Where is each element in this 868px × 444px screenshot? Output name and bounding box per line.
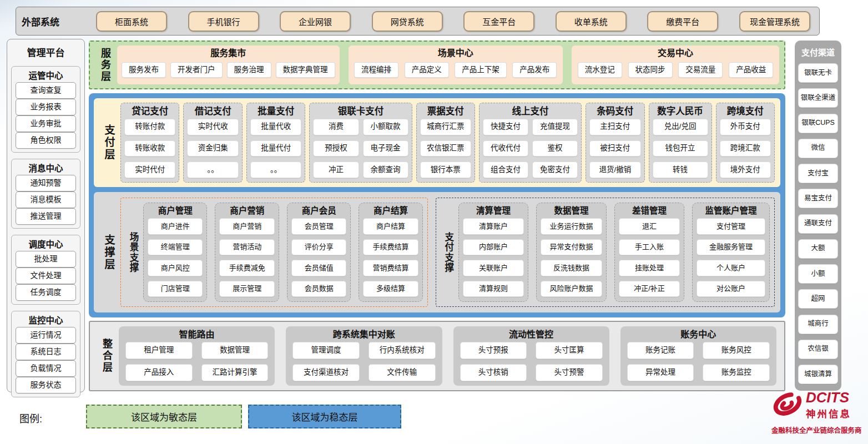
payment-item-button[interactable]: 跨境汇款: [720, 140, 771, 157]
payment-item-button[interactable]: 境外支付: [720, 162, 771, 178]
payment-item-button[interactable]: 。。: [250, 162, 301, 178]
management-item-button[interactable]: 消息模板: [16, 191, 76, 208]
management-item-button[interactable]: 批处理: [16, 251, 76, 268]
channel-button[interactable]: 城商行: [798, 315, 838, 334]
payment-item-button[interactable]: 被扫支付: [589, 140, 640, 157]
external-system-button[interactable]: 企业网银: [280, 11, 351, 32]
channel-button[interactable]: 支付宝: [798, 164, 838, 183]
external-system-button[interactable]: 柜面系统: [96, 11, 167, 32]
payment-item-button[interactable]: 银行本票: [420, 162, 471, 178]
external-system-button[interactable]: 现金管理系统: [739, 11, 810, 32]
support-item-button[interactable]: 个人账户: [697, 260, 765, 276]
channel-button[interactable]: 银联全渠道: [798, 88, 838, 108]
payment-item-button[interactable]: 批量代付: [250, 140, 301, 157]
external-system-button[interactable]: 互金平台: [463, 11, 534, 32]
payment-item-button[interactable]: 主扫支付: [589, 119, 640, 135]
external-system-button[interactable]: 网贷系统: [372, 11, 443, 32]
payment-item-button[interactable]: 钱包开立: [653, 140, 708, 157]
payment-item-button[interactable]: 农信银汇票: [420, 140, 471, 157]
integration-item-button[interactable]: 头寸预报: [460, 342, 527, 359]
service-item-button[interactable]: 流水登记: [578, 62, 622, 78]
management-item-button[interactable]: 角色权限: [16, 132, 76, 149]
payment-item-button[interactable]: 实时代收: [187, 119, 238, 135]
payment-item-button[interactable]: 小额取款: [363, 119, 408, 135]
management-item-button[interactable]: 通知预警: [16, 175, 76, 191]
support-item-button[interactable]: 商户结算: [363, 218, 418, 235]
channel-button[interactable]: 易宝支付: [798, 189, 838, 208]
support-item-button[interactable]: 反洗钱数据: [541, 260, 602, 276]
support-item-button[interactable]: 清算账户: [463, 218, 524, 235]
integration-item-button[interactable]: 数据管理: [201, 342, 269, 359]
service-item-button[interactable]: 交易流量: [678, 62, 723, 78]
service-item-button[interactable]: 产品定义: [405, 62, 449, 78]
payment-item-button[interactable]: 退货/撤销: [589, 162, 640, 178]
support-item-button[interactable]: 支付管理: [697, 218, 765, 235]
management-item-button[interactable]: 查询查复: [16, 82, 76, 99]
channel-button[interactable]: 超网: [798, 289, 838, 309]
service-item-button[interactable]: 流程编排: [354, 62, 398, 78]
integration-item-button[interactable]: 账务监控: [703, 364, 770, 381]
external-system-button[interactable]: 手机银行: [188, 11, 259, 32]
payment-item-button[interactable]: 转账付款: [124, 119, 175, 135]
management-item-button[interactable]: 任务调度: [16, 284, 76, 301]
payment-item-button[interactable]: 冲正: [313, 162, 359, 178]
management-item-button[interactable]: 服务状态: [16, 377, 76, 393]
integration-item-button[interactable]: 管理调度: [292, 342, 360, 359]
channel-button[interactable]: 农信银: [798, 340, 838, 359]
service-item-button[interactable]: 数据字典管理: [276, 62, 335, 78]
support-item-button[interactable]: 会员管理: [291, 218, 346, 235]
support-item-button[interactable]: 评价分享: [291, 239, 346, 256]
payment-item-button[interactable]: 余额查询: [363, 162, 408, 178]
payment-item-button[interactable]: 充值提现: [532, 119, 578, 135]
payment-item-button[interactable]: 实时代付: [124, 162, 175, 178]
integration-item-button[interactable]: 账务记账: [627, 342, 694, 359]
payment-item-button[interactable]: 外币支付: [720, 119, 771, 135]
support-item-button[interactable]: 清算规则: [463, 281, 524, 297]
management-item-button[interactable]: 运行情况: [16, 327, 76, 344]
integration-item-button[interactable]: 汇路计算引擎: [201, 364, 269, 381]
integration-item-button[interactable]: 行内系统核对: [369, 342, 436, 359]
management-item-button[interactable]: 系统日志: [16, 344, 76, 360]
payment-item-button[interactable]: 资金归集: [187, 140, 238, 157]
support-item-button[interactable]: 手续费结算: [363, 239, 418, 256]
support-item-button[interactable]: 终端管理: [148, 239, 203, 256]
support-item-button[interactable]: 冲正/补正: [619, 281, 680, 297]
channel-button[interactable]: 城银清算: [798, 365, 838, 384]
support-item-button[interactable]: 商户营销: [219, 218, 274, 235]
payment-item-button[interactable]: 电子现金: [363, 140, 408, 157]
service-item-button[interactable]: 状态同步: [628, 62, 673, 78]
management-item-button[interactable]: 业务报表: [16, 99, 76, 115]
integration-item-button[interactable]: 头寸预警: [536, 364, 603, 381]
management-item-button[interactable]: 负载情况: [16, 360, 76, 377]
payment-item-button[interactable]: 批量代收: [250, 119, 301, 135]
support-item-button[interactable]: 营销费结算: [363, 260, 418, 276]
support-item-button[interactable]: 内部账户: [463, 239, 524, 256]
support-item-button[interactable]: 退汇: [619, 218, 680, 235]
external-system-button[interactable]: 收单系统: [556, 11, 627, 32]
service-item-button[interactable]: 产品发布: [512, 62, 557, 78]
payment-item-button[interactable]: 城商行汇票: [420, 119, 471, 135]
support-item-button[interactable]: 关联账户: [463, 260, 524, 276]
management-item-button[interactable]: 推送管理: [16, 208, 76, 225]
service-item-button[interactable]: 服务发布: [122, 62, 166, 78]
channel-button[interactable]: 小额: [798, 264, 838, 284]
management-item-button[interactable]: 文件处理: [16, 268, 76, 284]
support-item-button[interactable]: 会员数据: [291, 281, 346, 297]
support-item-button[interactable]: 异常支付数据: [541, 239, 602, 256]
support-item-button[interactable]: 对公账户: [697, 281, 765, 297]
payment-item-button[interactable]: 代收代付: [483, 140, 528, 157]
channel-button[interactable]: 通联支付: [798, 214, 838, 234]
service-item-button[interactable]: 产品上下架: [455, 62, 507, 78]
integration-item-button[interactable]: 头寸核销: [460, 364, 527, 381]
support-item-button[interactable]: 会员储值: [291, 260, 346, 276]
support-item-button[interactable]: 手续费减免: [219, 260, 274, 276]
integration-item-button[interactable]: 租户管理: [125, 342, 193, 359]
payment-item-button[interactable]: 兑出/兑回: [653, 119, 708, 135]
support-item-button[interactable]: 营销活动: [219, 239, 274, 256]
support-item-button[interactable]: 手工入账: [619, 239, 680, 256]
payment-item-button[interactable]: 免密支付: [532, 162, 578, 178]
service-item-button[interactable]: 产品收益: [729, 62, 773, 78]
payment-item-button[interactable]: 转钱: [653, 162, 708, 178]
channel-button[interactable]: 大额: [798, 239, 838, 259]
management-item-button[interactable]: 业务审批: [16, 115, 76, 132]
